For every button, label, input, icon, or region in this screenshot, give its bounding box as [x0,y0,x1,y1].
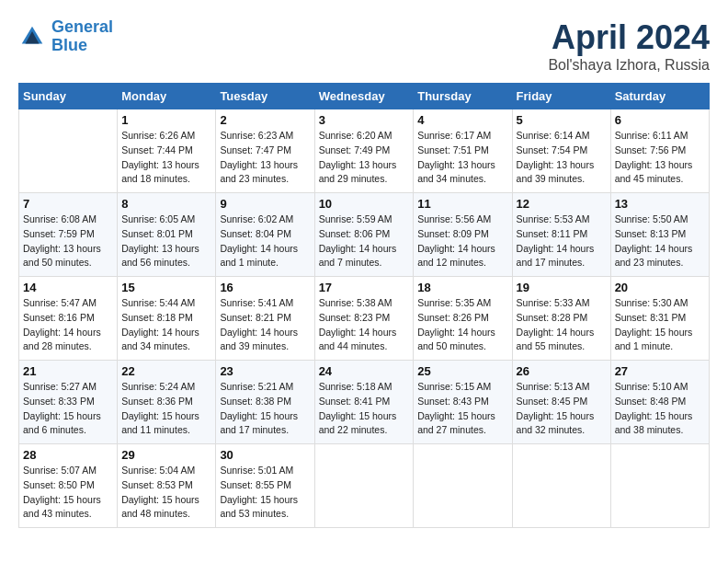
day-number: 2 [220,113,310,127]
calendar-cell [610,444,709,528]
daylight-hours: Daylight: 14 hours and 12 minutes. [417,243,495,269]
sunrise-time: Sunrise: 5:04 AM [121,465,195,476]
sunset-time: Sunset: 8:28 PM [517,312,588,323]
day-info: Sunrise: 5:18 AM Sunset: 8:41 PM Dayligh… [319,380,410,438]
sunrise-time: Sunrise: 6:23 AM [220,130,293,141]
day-info: Sunrise: 5:59 AM Sunset: 8:06 PM Dayligh… [319,213,410,270]
sunset-time: Sunset: 7:56 PM [615,144,687,155]
calendar-cell: 19 Sunrise: 5:33 AM Sunset: 8:28 PM Dayl… [512,277,610,361]
calendar-cell: 26 Sunrise: 5:13 AM Sunset: 8:45 PM Dayl… [512,361,610,444]
calendar-body: 1 Sunrise: 6:26 AM Sunset: 7:44 PM Dayli… [19,109,710,528]
col-monday: Monday [118,84,216,109]
calendar-cell: 18 Sunrise: 5:35 AM Sunset: 8:26 PM Dayl… [414,277,512,361]
daylight-hours: Daylight: 15 hours and 48 minutes. [121,494,199,520]
col-thursday: Thursday [414,84,512,109]
calendar-cell: 9 Sunrise: 6:02 AM Sunset: 8:04 PM Dayli… [216,193,314,277]
day-number: 30 [220,448,310,462]
sunset-time: Sunset: 7:44 PM [121,144,193,155]
sunset-time: Sunset: 8:48 PM [615,396,687,407]
daylight-hours: Daylight: 14 hours and 39 minutes. [220,327,298,352]
calendar-cell: 25 Sunrise: 5:15 AM Sunset: 8:43 PM Dayl… [414,361,512,444]
day-number: 21 [23,364,113,378]
sunrise-time: Sunrise: 6:02 AM [220,213,293,224]
calendar-cell: 8 Sunrise: 6:05 AM Sunset: 8:01 PM Dayli… [118,193,216,277]
day-info: Sunrise: 5:15 AM Sunset: 8:43 PM Dayligh… [417,380,507,438]
daylight-hours: Daylight: 14 hours and 28 minutes. [23,327,101,352]
daylight-hours: Daylight: 15 hours and 22 minutes. [319,410,397,436]
daylight-hours: Daylight: 13 hours and 39 minutes. [517,159,595,185]
sunset-time: Sunset: 8:23 PM [319,312,391,323]
sunrise-time: Sunrise: 5:21 AM [220,381,293,392]
sunrise-time: Sunrise: 6:11 AM [615,130,688,141]
sunset-time: Sunset: 7:59 PM [23,228,95,239]
day-info: Sunrise: 5:27 AM Sunset: 8:33 PM Dayligh… [23,380,113,438]
day-info: Sunrise: 6:20 AM Sunset: 7:49 PM Dayligh… [319,129,410,187]
calendar-cell [414,444,512,528]
day-number: 13 [615,197,705,211]
calendar-cell: 1 Sunrise: 6:26 AM Sunset: 7:44 PM Dayli… [118,109,216,193]
day-info: Sunrise: 6:23 AM Sunset: 7:47 PM Dayligh… [220,129,310,187]
calendar-cell: 4 Sunrise: 6:17 AM Sunset: 7:51 PM Dayli… [414,109,512,193]
sunset-time: Sunset: 8:18 PM [121,312,193,323]
calendar-week-2: 7 Sunrise: 6:08 AM Sunset: 7:59 PM Dayli… [19,193,710,277]
daylight-hours: Daylight: 15 hours and 53 minutes. [220,494,298,520]
day-number: 14 [23,281,113,294]
day-number: 20 [615,281,705,294]
calendar-location: Bol'shaya Izhora, Russia [548,57,710,74]
sunrise-time: Sunrise: 5:30 AM [615,297,688,308]
day-info: Sunrise: 6:17 AM Sunset: 7:51 PM Dayligh… [417,129,507,187]
day-info: Sunrise: 6:05 AM Sunset: 8:01 PM Dayligh… [121,213,211,270]
day-info: Sunrise: 6:11 AM Sunset: 7:56 PM Dayligh… [615,129,705,187]
calendar-cell: 28 Sunrise: 5:07 AM Sunset: 8:50 PM Dayl… [19,444,118,528]
sunset-time: Sunset: 8:45 PM [517,396,588,407]
col-sunday: Sunday [19,84,118,109]
sunset-time: Sunset: 8:43 PM [417,396,489,407]
day-number: 18 [417,281,507,294]
calendar-cell [512,444,610,528]
sunset-time: Sunset: 8:50 PM [23,479,95,490]
calendar-cell: 22 Sunrise: 5:24 AM Sunset: 8:36 PM Dayl… [118,361,216,444]
sunset-time: Sunset: 8:55 PM [220,479,291,490]
day-number: 28 [23,448,113,462]
calendar-cell: 7 Sunrise: 6:08 AM Sunset: 7:59 PM Dayli… [19,193,118,277]
day-info: Sunrise: 5:44 AM Sunset: 8:18 PM Dayligh… [121,296,211,354]
calendar-week-4: 21 Sunrise: 5:27 AM Sunset: 8:33 PM Dayl… [19,361,710,444]
daylight-hours: Daylight: 14 hours and 50 minutes. [417,327,495,352]
day-number: 27 [615,364,705,378]
calendar-table: Sunday Monday Tuesday Wednesday Thursday… [18,83,710,528]
day-info: Sunrise: 5:13 AM Sunset: 8:45 PM Dayligh… [517,380,607,438]
daylight-hours: Daylight: 15 hours and 17 minutes. [220,410,298,436]
calendar-cell: 23 Sunrise: 5:21 AM Sunset: 8:38 PM Dayl… [216,361,314,444]
sunrise-time: Sunrise: 5:33 AM [517,297,590,308]
sunrise-time: Sunrise: 5:18 AM [319,381,392,392]
day-info: Sunrise: 6:02 AM Sunset: 8:04 PM Dayligh… [220,213,310,270]
day-info: Sunrise: 5:04 AM Sunset: 8:53 PM Dayligh… [121,464,211,522]
sunset-time: Sunset: 8:26 PM [417,312,489,323]
daylight-hours: Daylight: 15 hours and 38 minutes. [615,410,693,436]
sunset-time: Sunset: 8:31 PM [615,312,687,323]
sunrise-time: Sunrise: 5:53 AM [517,213,590,224]
calendar-cell: 6 Sunrise: 6:11 AM Sunset: 7:56 PM Dayli… [610,109,709,193]
day-number: 23 [220,364,310,378]
sunrise-time: Sunrise: 6:17 AM [417,130,491,141]
calendar-cell: 29 Sunrise: 5:04 AM Sunset: 8:53 PM Dayl… [118,444,216,528]
sunset-time: Sunset: 8:38 PM [220,396,291,407]
daylight-hours: Daylight: 14 hours and 1 minute. [220,243,298,269]
calendar-cell: 20 Sunrise: 5:30 AM Sunset: 8:31 PM Dayl… [610,277,709,361]
sunrise-time: Sunrise: 5:27 AM [23,381,97,392]
day-number: 25 [417,364,507,378]
sunset-time: Sunset: 8:53 PM [121,479,193,490]
calendar-cell: 5 Sunrise: 6:14 AM Sunset: 7:54 PM Dayli… [512,109,610,193]
page-header: General Blue April 2024 Bol'shaya Izhora… [18,18,710,74]
day-number: 24 [319,364,410,378]
header-row: Sunday Monday Tuesday Wednesday Thursday… [19,84,710,109]
calendar-title: April 2024 [548,18,710,57]
sunrise-time: Sunrise: 5:35 AM [417,297,491,308]
sunset-time: Sunset: 7:49 PM [319,144,391,155]
col-friday: Friday [512,84,610,109]
sunset-time: Sunset: 8:11 PM [517,228,588,239]
sunset-time: Sunset: 8:04 PM [220,228,291,239]
calendar-cell: 13 Sunrise: 5:50 AM Sunset: 8:13 PM Dayl… [610,193,709,277]
daylight-hours: Daylight: 13 hours and 23 minutes. [220,159,298,185]
day-info: Sunrise: 6:08 AM Sunset: 7:59 PM Dayligh… [23,213,113,270]
